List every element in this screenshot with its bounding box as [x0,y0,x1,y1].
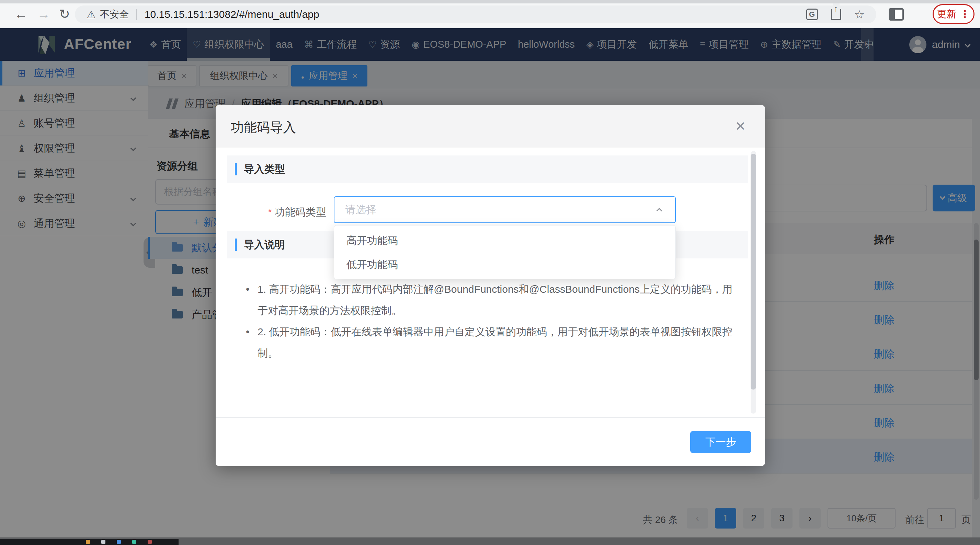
section-accent-bar [235,238,237,251]
url-text[interactable]: 10.15.15.151:13082/#/menu_auth/app [145,9,319,20]
note-line: 于对高开场景的方法权限控制。 [240,300,745,321]
select-dropdown: 高开功能码 低开功能码 [334,225,676,280]
note-line: 2. 低开功能码：低开在线表单编辑器中用户自定义设置的功能码，用于对低开场景的表… [240,321,745,343]
browser-menu-icon[interactable] [960,8,970,20]
translate-icon[interactable]: G [806,9,818,20]
chevron-up-icon [657,208,662,214]
next-step-button[interactable]: 下一步 [690,431,751,453]
section-accent-bar [235,163,237,175]
reload-icon[interactable] [59,7,70,21]
modal-scrollbar-thumb[interactable] [751,154,756,389]
warning-icon [86,9,96,21]
back-icon[interactable] [14,7,27,21]
modal-close-icon[interactable] [735,119,746,134]
dock-app-icon[interactable] [101,540,105,544]
function-code-import-dialog: 功能码导入 导入类型 *功能码类型 请选择 导入说明 高开功能码 低开功能码 1… [216,105,765,466]
dock-app-icon[interactable] [86,540,90,544]
update-label: 更新 [937,8,956,21]
required-mark: * [268,206,272,218]
dock-bar [0,539,178,545]
window-frame [0,0,980,3]
import-notes: 1. 高开功能码：高开应用代码内部注解@BoundFunctions和@Clas… [240,279,745,364]
option-low-code[interactable]: 低开功能码 [334,253,675,276]
note-line: 1. 高开功能码：高开应用代码内部注解@BoundFunctions和@Clas… [240,279,745,300]
field-label: *功能码类型 [216,205,326,219]
side-panel-icon[interactable] [889,8,904,21]
security-label[interactable]: 不安全 [100,8,129,21]
dock-app-icon[interactable] [132,540,136,544]
bookmark-star-icon[interactable] [854,8,865,21]
select-placeholder: 请选择 [345,203,376,217]
update-button[interactable]: 更新 [932,4,975,24]
note-line: 制。 [240,343,745,364]
footer-divider [216,417,765,418]
browser-toolbar: 不安全 10.15.15.151:13082/#/menu_auth/app G… [0,0,980,28]
dialog-header [216,105,765,148]
address-bar[interactable]: 不安全 10.15.15.151:13082/#/menu_auth/app G [75,5,876,23]
dock-app-icon[interactable] [117,540,121,544]
function-code-type-select[interactable]: 请选择 [334,196,676,223]
share-icon[interactable] [831,9,841,20]
section-import-type: 导入类型 [228,156,748,183]
forward-icon[interactable] [37,7,50,21]
option-high-code[interactable]: 高开功能码 [334,229,675,253]
divider [136,9,137,20]
dock-app-icon[interactable] [148,540,152,544]
screen: 不安全 10.15.15.151:13082/#/menu_auth/app G… [0,0,980,545]
dialog-title: 功能码导入 [231,119,296,136]
